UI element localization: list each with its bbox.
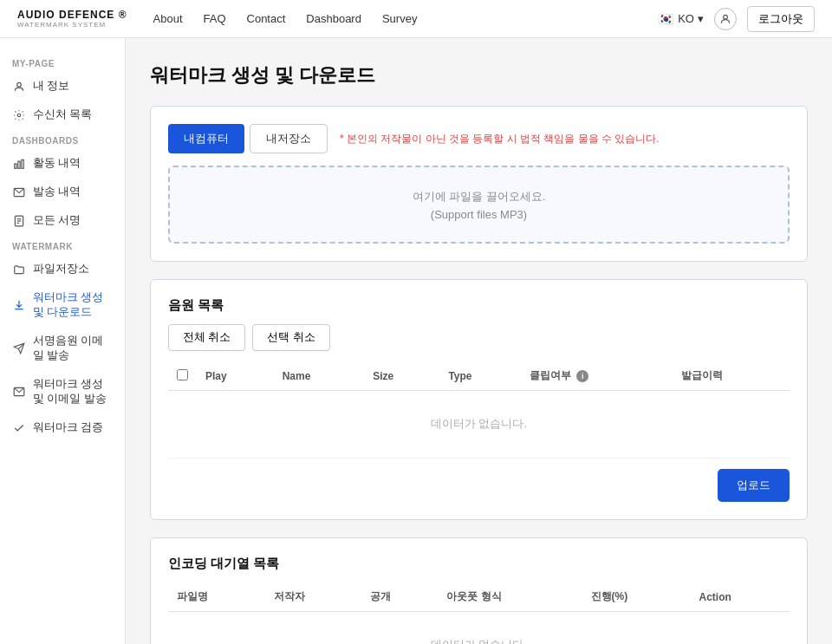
- sidebar-label-wm-create: 워터마크 생성 및 다운로드: [33, 290, 113, 320]
- lang-selector[interactable]: 🇰🇷 KO ▾: [658, 11, 704, 27]
- sidebar-label-email-send: 서명음원 이메일 발송: [33, 334, 113, 363]
- doc-icon: [12, 214, 26, 228]
- person-icon: [12, 80, 26, 94]
- logo-title: AUDIO DEFENCE ®: [17, 9, 127, 21]
- select-all-checkbox[interactable]: [177, 369, 188, 381]
- svg-rect-4: [18, 161, 20, 168]
- sidebar-item-file-storage[interactable]: 파일저장소: [0, 255, 125, 283]
- tab-my-computer[interactable]: 내컴퓨터: [168, 124, 244, 153]
- nav-right: 🇰🇷 KO ▾ 로그아웃: [658, 6, 815, 32]
- encoding-empty-text: 데이터가 없습니다.: [168, 612, 790, 645]
- sidebar-label-sent: 발송 내역: [33, 185, 81, 199]
- nav-about[interactable]: About: [153, 12, 183, 25]
- main-content: 워터마크 생성 및 다운로드 내컴퓨터 내저장소 * 본인의 저작물이 아닌 것…: [126, 38, 832, 644]
- folder-icon: [12, 263, 26, 276]
- sidebar-label-myinfo: 내 정보: [33, 79, 69, 94]
- cancel-all-button[interactable]: 전체 취소: [168, 324, 245, 351]
- col-action-header: Action: [691, 582, 790, 612]
- col-checkbox: [168, 361, 197, 391]
- nav-links: About FAQ Contact Dashboard Survey: [153, 12, 659, 25]
- upload-card: 내컴퓨터 내저장소 * 본인의 저작물이 아닌 것을 등록할 시 법적 책임을 …: [150, 106, 808, 262]
- encoding-queue-card: 인코딩 대기열 목록 파일명 저작자 공개 아웃풋 형식 진행(%) Actio…: [150, 537, 808, 644]
- nav-survey[interactable]: Survey: [382, 12, 417, 25]
- logo: AUDIO DEFENCE ® WATERMARK SYSTEM: [17, 9, 127, 29]
- check-icon: [12, 421, 26, 435]
- encoding-table-head: 파일명 저작자 공개 아웃풋 형식 진행(%) Action: [168, 582, 790, 612]
- svg-rect-5: [22, 159, 23, 168]
- download-icon: [12, 298, 26, 312]
- sidebar-section-dashboards: DASHBOARDS: [0, 129, 125, 149]
- sidebar-item-wm-email[interactable]: 워터마크 생성 및 이메일 발송: [0, 370, 125, 413]
- mail-icon: [12, 185, 26, 199]
- upload-btn-row: 업로드: [168, 469, 790, 502]
- user-avatar-icon[interactable]: [714, 8, 737, 30]
- col-coupon-header: 클립여부 i: [521, 361, 673, 391]
- sidebar-item-wm-create[interactable]: 워터마크 생성 및 다운로드: [0, 283, 125, 327]
- nav-contact[interactable]: Contact: [247, 12, 286, 25]
- send-icon: [12, 342, 26, 355]
- music-table: Play Name Size Type 클립여부 i 발급이력 데이터가 없습니…: [168, 361, 790, 459]
- col-output-format-header: 아웃풋 형식: [438, 582, 582, 612]
- svg-point-0: [724, 15, 728, 19]
- sidebar-label-activity: 활동 내역: [33, 156, 81, 171]
- encoding-table-empty-row: 데이터가 없습니다.: [168, 612, 790, 645]
- encoding-table: 파일명 저작자 공개 아웃풋 형식 진행(%) Action 데이터가 없습니다…: [168, 582, 790, 644]
- music-list-title: 음원 목록: [168, 297, 790, 314]
- encoding-queue-title: 인코딩 대기열 목록: [168, 556, 790, 572]
- chart-icon: [12, 157, 26, 171]
- sidebar-section-mypage: MY-PAGE: [0, 52, 125, 72]
- tab-my-storage[interactable]: 내저장소: [250, 124, 328, 153]
- sidebar-item-signatures[interactable]: 모든 서명: [0, 206, 125, 235]
- sidebar-item-myinfo[interactable]: 내 정보: [0, 72, 125, 101]
- dropzone-text-line1: 여기에 파일을 끌어오세요.: [413, 189, 546, 205]
- chevron-down-icon: ▾: [698, 12, 704, 25]
- svg-point-1: [17, 82, 22, 87]
- svg-rect-3: [15, 164, 16, 168]
- upload-notice: * 본인의 저작물이 아닌 것을 등록할 시 법적 책임을 물을 수 있습니다.: [340, 132, 660, 146]
- lang-code: KO: [678, 12, 694, 25]
- page-title: 워터마크 생성 및 다운로드: [150, 62, 808, 88]
- upload-dropzone[interactable]: 여기에 파일을 끌어오세요. (Support files MP3): [168, 166, 790, 244]
- sidebar-item-wm-verify[interactable]: 워터마크 검증: [0, 413, 125, 442]
- sidebar-item-recipients[interactable]: 수신처 목록: [0, 101, 125, 129]
- logout-button[interactable]: 로그아웃: [747, 6, 815, 32]
- music-table-empty-row: 데이터가 없습니다.: [168, 391, 790, 459]
- lang-flag: 🇰🇷: [658, 11, 674, 27]
- music-empty-text: 데이터가 없습니다.: [168, 391, 790, 459]
- sidebar-label-recipients: 수신처 목록: [33, 107, 92, 122]
- col-issuance-header: 발급이력: [673, 361, 790, 391]
- col-progress-header: 진행(%): [582, 582, 691, 612]
- gear-icon: [12, 108, 26, 122]
- dropzone-text-line2: (Support files MP3): [431, 208, 527, 221]
- encoding-table-body: 데이터가 없습니다.: [168, 612, 790, 645]
- sidebar-section-watermark: WATERMARK: [0, 235, 125, 255]
- sidebar-label-signatures: 모든 서명: [33, 213, 81, 228]
- nav-faq[interactable]: FAQ: [204, 12, 226, 25]
- sidebar-label-file-storage: 파일저장소: [33, 262, 89, 276]
- top-nav: AUDIO DEFENCE ® WATERMARK SYSTEM About F…: [0, 0, 832, 38]
- music-list-card: 음원 목록 전체 취소 선택 취소 Play Name Size Type: [150, 279, 808, 520]
- sidebar-label-wm-email: 워터마크 생성 및 이메일 발송: [33, 377, 113, 407]
- sidebar-item-activity[interactable]: 활동 내역: [0, 149, 125, 178]
- col-author-header: 저작자: [265, 582, 362, 612]
- sidebar: MY-PAGE 내 정보 수신처 목록 DASHBOARDS 활동 내역 발송 …: [0, 38, 126, 644]
- logo-subtitle: WATERMARK SYSTEM: [17, 21, 127, 29]
- sidebar-item-email-send[interactable]: 서명음원 이메일 발송: [0, 327, 125, 370]
- music-table-body: 데이터가 없습니다.: [168, 391, 790, 459]
- music-action-row: 전체 취소 선택 취소: [168, 324, 790, 351]
- col-filename-header: 파일명: [168, 582, 265, 612]
- sidebar-item-sent[interactable]: 발송 내역: [0, 178, 125, 206]
- cancel-selected-button[interactable]: 선택 취소: [252, 324, 329, 351]
- col-size-header: Size: [364, 361, 439, 391]
- col-name-header: Name: [274, 361, 365, 391]
- nav-dashboard[interactable]: Dashboard: [306, 12, 361, 25]
- upload-button[interactable]: 업로드: [718, 469, 790, 502]
- music-table-head: Play Name Size Type 클립여부 i 발급이력: [168, 361, 790, 391]
- col-public-header: 공개: [361, 582, 438, 612]
- col-play-header: Play: [197, 361, 274, 391]
- coupon-info-icon[interactable]: i: [576, 370, 588, 382]
- upload-tab-row: 내컴퓨터 내저장소 * 본인의 저작물이 아닌 것을 등록할 시 법적 책임을 …: [168, 124, 790, 153]
- mail2-icon: [12, 385, 26, 399]
- layout: MY-PAGE 내 정보 수신처 목록 DASHBOARDS 활동 내역 발송 …: [0, 38, 832, 644]
- sidebar-label-wm-verify: 워터마크 검증: [33, 420, 103, 435]
